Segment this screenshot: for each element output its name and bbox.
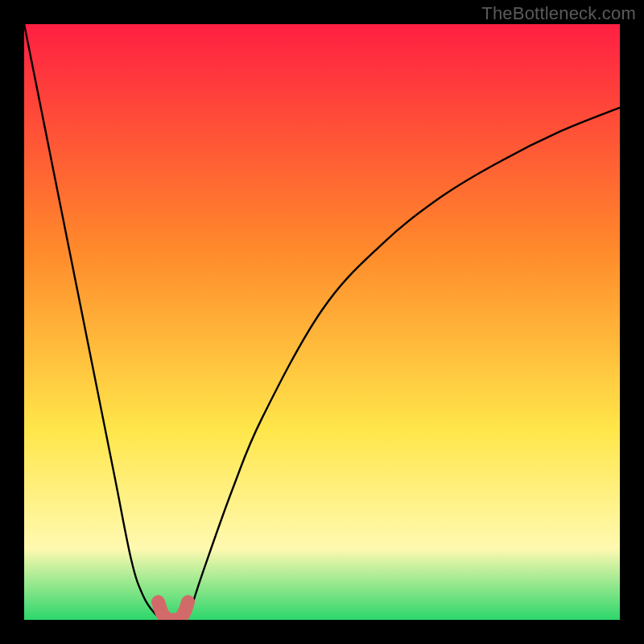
chart-svg <box>24 24 620 620</box>
chart-frame: TheBottleneck.com <box>0 0 644 644</box>
watermark-text: TheBottleneck.com <box>481 3 636 24</box>
plot-area <box>24 24 620 620</box>
gradient-bg <box>24 24 620 620</box>
